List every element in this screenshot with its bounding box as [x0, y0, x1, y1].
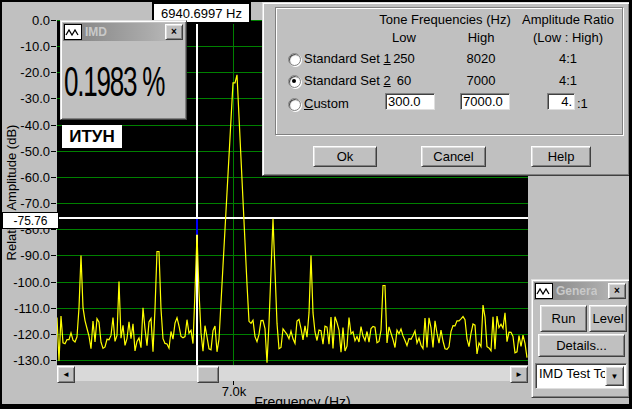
- horizontal-scrollbar[interactable]: ◄ ►: [57, 366, 528, 381]
- col-high-header: High: [451, 30, 511, 45]
- y-axis-tick: [51, 360, 56, 361]
- close-icon[interactable]: ×: [165, 24, 183, 40]
- imd-window[interactable]: IMD × 0.1983 %: [60, 20, 187, 120]
- y-axis-tick: [51, 72, 56, 73]
- generator-window-title: Genera: [556, 284, 597, 298]
- imd-settings-dialog: Tone Frequencies (Hz) Low High Amplitude…: [262, 2, 630, 176]
- custom-radio[interactable]: [288, 98, 301, 111]
- set2-low-value: 60: [372, 73, 436, 88]
- y-axis-tick: [51, 20, 56, 21]
- set2-high-value: 7000: [449, 73, 513, 88]
- close-icon[interactable]: ×: [608, 283, 626, 299]
- custom-high-input[interactable]: [460, 93, 510, 110]
- y-axis-label: -20.0: [0, 65, 50, 80]
- generator-titlebar[interactable]: Genera ×: [534, 282, 627, 300]
- custom-ratio-input[interactable]: [547, 93, 575, 110]
- col-low-header: Low: [374, 30, 434, 45]
- generator-window[interactable]: Genera × Run Level Details... IMD Test T…: [531, 279, 630, 398]
- waveform-icon: [535, 283, 553, 299]
- scroll-left-button[interactable]: ◄: [57, 366, 75, 383]
- imd-percent-value: 0.1983 %: [64, 51, 183, 113]
- marker-db-label: -75.76: [2, 212, 59, 229]
- help-button[interactable]: Help: [531, 146, 591, 167]
- y-axis-tick: [51, 177, 56, 178]
- y-axis-tick: [51, 282, 56, 283]
- ratio-suffix: :1: [577, 96, 588, 111]
- y-axis-label: -30.0: [0, 91, 50, 106]
- y-axis-label: 0.0: [0, 13, 50, 28]
- test-tone-combobox[interactable]: IMD Test Ton ▼: [535, 363, 627, 389]
- y-axis-label: -100.0: [0, 275, 50, 290]
- standard-set-2-row: Standard Set 2 60 7000 4:1: [286, 73, 616, 89]
- chevron-down-icon[interactable]: ▼: [605, 366, 624, 386]
- custom-label: Custom: [304, 96, 349, 111]
- standard-set-1-row: Standard Set 1 250 8020 4:1: [286, 51, 616, 67]
- details-button[interactable]: Details...: [538, 334, 625, 357]
- y-axis-tick: [51, 98, 56, 99]
- waveform-icon: [64, 24, 82, 40]
- set1-high-value: 8020: [449, 51, 513, 66]
- frame-left: [0, 0, 2, 409]
- y-axis-tick: [51, 334, 56, 335]
- y-axis-label: -120.0: [0, 327, 50, 342]
- y-axis-label: -130.0: [0, 353, 50, 368]
- tone-frequencies-groupbox: Tone Frequencies (Hz) Low High Amplitude…: [275, 7, 623, 135]
- custom-low-input[interactable]: [385, 93, 435, 110]
- set2-ratio-value: 4:1: [536, 73, 600, 88]
- y-axis-title: Relative Amplitude (dB): [4, 113, 19, 273]
- y-axis-tick: [51, 203, 56, 204]
- level-button[interactable]: Level: [589, 305, 627, 332]
- amplitude-ratio-subheader: (Low : High): [518, 30, 618, 45]
- ok-button[interactable]: Ok: [313, 146, 377, 167]
- y-axis-tick: [51, 255, 56, 256]
- imd-titlebar[interactable]: IMD ×: [63, 23, 184, 41]
- scrollbar-thumb[interactable]: [197, 366, 219, 383]
- scroll-right-button[interactable]: ►: [510, 366, 528, 383]
- run-button[interactable]: Run: [540, 305, 587, 332]
- app-window: 0.0-10.0-20.0-30.0-40.0-50.0-60.0-70.0-8…: [0, 0, 632, 409]
- y-axis-label: -110.0: [0, 301, 50, 316]
- y-axis-label: -10.0: [0, 39, 50, 54]
- y-axis-tick: [51, 125, 56, 126]
- cancel-button[interactable]: Cancel: [421, 146, 486, 167]
- tone-frequencies-header: Tone Frequencies (Hz): [365, 12, 525, 27]
- set1-ratio-value: 4:1: [536, 51, 600, 66]
- y-axis-tick: [51, 308, 56, 309]
- set1-low-value: 250: [372, 51, 436, 66]
- imd-window-title: IMD: [85, 25, 107, 39]
- standard-set-2-radio[interactable]: [288, 75, 301, 88]
- x-axis-title: Frequency (Hz): [220, 394, 385, 409]
- y-axis-tick: [51, 151, 56, 152]
- y-axis-tick: [51, 46, 56, 47]
- standard-set-1-radio[interactable]: [288, 53, 301, 66]
- y-axis-tick: [51, 229, 56, 230]
- amplitude-ratio-header: Amplitude Ratio: [518, 12, 618, 27]
- device-label: ИТУН: [62, 125, 122, 148]
